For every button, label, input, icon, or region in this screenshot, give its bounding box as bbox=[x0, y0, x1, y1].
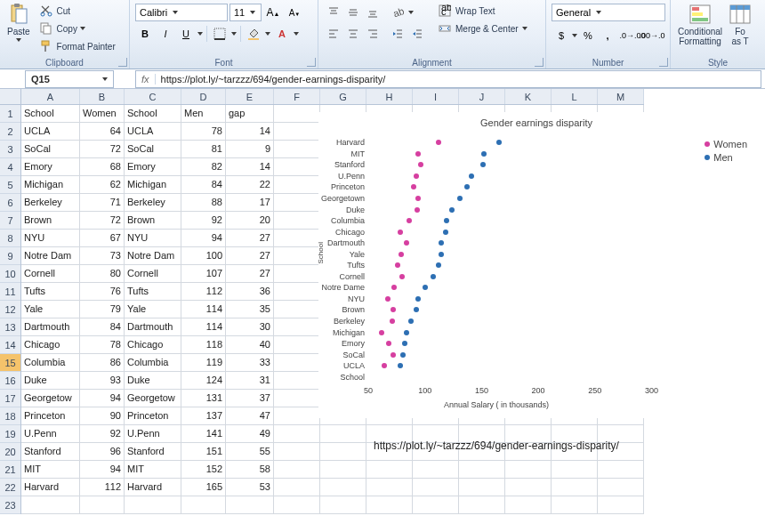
cell[interactable]: 73 bbox=[80, 247, 125, 265]
column-header[interactable]: M bbox=[598, 89, 644, 104]
cell[interactable]: U.Penn bbox=[21, 425, 80, 443]
increase-font-button[interactable]: A▲ bbox=[263, 4, 283, 21]
cell[interactable]: Dartmouth bbox=[21, 318, 80, 336]
cell[interactable]: 55 bbox=[226, 443, 274, 461]
cell[interactable] bbox=[274, 354, 320, 372]
cell[interactable]: Duke bbox=[125, 372, 181, 390]
dialog-launcher-icon[interactable] bbox=[535, 58, 544, 67]
align-right-button[interactable] bbox=[363, 25, 382, 43]
cell[interactable]: Notre Dam bbox=[125, 247, 181, 265]
cell[interactable]: 17 bbox=[226, 194, 274, 212]
cell[interactable] bbox=[552, 496, 598, 514]
cell[interactable]: 47 bbox=[226, 407, 274, 425]
row-header[interactable]: 13 bbox=[0, 318, 20, 336]
cell[interactable]: 88 bbox=[181, 194, 226, 212]
row-header[interactable]: 10 bbox=[0, 265, 20, 283]
cell[interactable] bbox=[181, 496, 226, 514]
cell[interactable]: Emory bbox=[125, 158, 181, 176]
cell[interactable]: Yale bbox=[21, 301, 80, 318]
cell[interactable]: 112 bbox=[181, 283, 226, 301]
cell[interactable] bbox=[459, 496, 505, 514]
cell[interactable]: Michigan bbox=[125, 176, 181, 194]
row-header[interactable]: 1 bbox=[0, 105, 20, 123]
bold-button[interactable]: B bbox=[135, 25, 155, 43]
cell[interactable] bbox=[125, 496, 181, 514]
row-header[interactable]: 2 bbox=[0, 123, 20, 141]
cell[interactable]: 86 bbox=[80, 354, 125, 372]
font-color-button[interactable]: A bbox=[272, 25, 292, 43]
font-color-dropdown[interactable] bbox=[293, 25, 300, 43]
cell[interactable]: 67 bbox=[80, 230, 125, 247]
column-header[interactable]: K bbox=[505, 89, 552, 104]
cell[interactable]: Columbia bbox=[21, 354, 80, 372]
currency-dropdown[interactable] bbox=[571, 27, 578, 44]
cell[interactable]: 114 bbox=[181, 301, 226, 318]
cell[interactable] bbox=[274, 105, 320, 123]
cell[interactable]: U.Penn bbox=[125, 425, 181, 443]
column-header[interactable]: L bbox=[552, 89, 598, 104]
format-painter-button[interactable]: Format Painter bbox=[36, 37, 119, 55]
fill-dropdown[interactable] bbox=[264, 25, 271, 43]
cell[interactable]: 58 bbox=[226, 461, 274, 479]
cell[interactable]: UCLA bbox=[125, 123, 181, 141]
cell[interactable]: SoCal bbox=[21, 141, 80, 158]
cell[interactable]: 84 bbox=[80, 318, 125, 336]
cell[interactable] bbox=[274, 461, 320, 479]
align-left-button[interactable] bbox=[324, 25, 343, 43]
cell[interactable]: Chicago bbox=[21, 336, 80, 354]
row-header[interactable]: 21 bbox=[0, 461, 20, 479]
cell[interactable]: 152 bbox=[181, 461, 226, 479]
cell[interactable]: 92 bbox=[181, 212, 226, 230]
cell[interactable] bbox=[552, 479, 598, 496]
cell[interactable] bbox=[366, 496, 413, 514]
cell[interactable] bbox=[459, 479, 505, 496]
cell[interactable] bbox=[320, 425, 366, 443]
cell[interactable]: 49 bbox=[226, 425, 274, 443]
cell[interactable] bbox=[274, 230, 320, 247]
cell[interactable]: 35 bbox=[226, 301, 274, 318]
underline-dropdown[interactable] bbox=[197, 25, 204, 43]
cell[interactable]: Brown bbox=[125, 212, 181, 230]
cell[interactable]: 78 bbox=[181, 123, 226, 141]
cell[interactable]: 53 bbox=[226, 479, 274, 496]
select-all-corner[interactable] bbox=[0, 89, 21, 105]
row-header[interactable]: 22 bbox=[0, 479, 20, 496]
cell[interactable]: 36 bbox=[226, 283, 274, 301]
row-header[interactable]: 15 bbox=[0, 354, 20, 372]
cell[interactable]: Women bbox=[80, 105, 125, 123]
copy-button[interactable]: Copy bbox=[36, 20, 119, 37]
cell[interactable] bbox=[274, 372, 320, 390]
cell[interactable]: NYU bbox=[125, 230, 181, 247]
cell[interactable]: 31 bbox=[226, 372, 274, 390]
cell[interactable]: 62 bbox=[80, 176, 125, 194]
cell[interactable]: Tufts bbox=[125, 283, 181, 301]
cell[interactable]: 27 bbox=[226, 247, 274, 265]
cell[interactable] bbox=[274, 141, 320, 158]
cell[interactable] bbox=[320, 496, 366, 514]
row-header[interactable]: 16 bbox=[0, 372, 20, 390]
cell[interactable] bbox=[274, 390, 320, 407]
column-header[interactable]: G bbox=[320, 89, 366, 104]
cell[interactable]: 84 bbox=[181, 176, 226, 194]
cell[interactable] bbox=[320, 479, 366, 496]
italic-button[interactable]: I bbox=[156, 25, 175, 43]
cell[interactable]: 76 bbox=[80, 283, 125, 301]
column-headers[interactable]: ABCDEFGHIJKLM bbox=[21, 89, 644, 105]
cell[interactable]: Men bbox=[181, 105, 226, 123]
column-header[interactable]: F bbox=[274, 89, 320, 104]
conditional-formatting-button[interactable]: Conditional Formatting bbox=[674, 2, 726, 56]
cell[interactable] bbox=[274, 318, 320, 336]
row-header[interactable]: 9 bbox=[0, 247, 20, 265]
cell[interactable] bbox=[320, 461, 366, 479]
formula-input[interactable]: https://plot.ly/~tarzzz/694/gender-earni… bbox=[156, 74, 761, 85]
fx-icon[interactable]: fx bbox=[136, 74, 156, 85]
cell[interactable] bbox=[413, 496, 459, 514]
cell[interactable]: Emory bbox=[21, 158, 80, 176]
cell[interactable]: Cornell bbox=[21, 265, 80, 283]
cell[interactable]: Brown bbox=[21, 212, 80, 230]
row-header[interactable]: 3 bbox=[0, 141, 20, 158]
cell[interactable]: 118 bbox=[181, 336, 226, 354]
cell[interactable]: NYU bbox=[21, 230, 80, 247]
row-header[interactable]: 14 bbox=[0, 336, 20, 354]
cell[interactable]: 131 bbox=[181, 390, 226, 407]
